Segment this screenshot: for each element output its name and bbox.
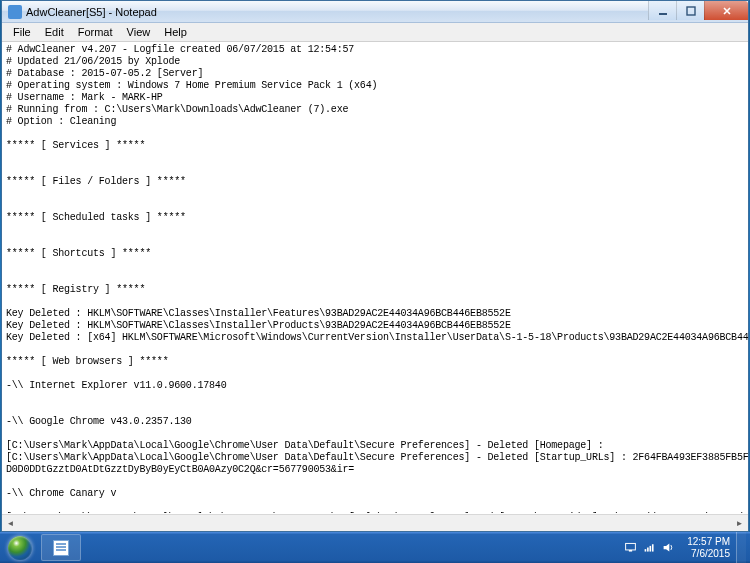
svg-rect-0 [659,13,667,15]
log-content[interactable]: # AdwCleaner v4.207 - Logfile created 06… [2,42,748,513]
action-center-icon[interactable] [624,541,637,554]
window-buttons [648,1,748,20]
text-area[interactable]: # AdwCleaner v4.207 - Logfile created 06… [2,42,748,513]
minimize-button[interactable] [648,1,676,20]
titlebar[interactable]: AdwCleaner[S5] - Notepad [2,1,748,23]
scroll-track[interactable] [19,515,731,531]
svg-rect-3 [629,550,632,552]
start-button[interactable] [0,532,40,563]
horizontal-scrollbar[interactable]: ◄ ► [2,514,748,531]
taskbar: 12:57 PM 7/6/2015 [0,532,750,563]
svg-rect-1 [687,7,695,15]
maximize-button[interactable] [676,1,704,20]
window-title: AdwCleaner[S5] - Notepad [26,6,157,18]
menu-view[interactable]: View [120,24,158,40]
clock-date: 7/6/2015 [687,548,730,560]
scroll-left-arrow[interactable]: ◄ [2,515,19,531]
svg-rect-4 [645,549,647,551]
taskbar-clock[interactable]: 12:57 PM 7/6/2015 [681,536,736,560]
menu-help[interactable]: Help [157,24,194,40]
scroll-right-arrow[interactable]: ► [731,515,748,531]
taskbar-notepad-button[interactable] [41,534,81,561]
network-icon[interactable] [643,541,656,554]
notepad-icon [8,5,22,19]
menu-format[interactable]: Format [71,24,120,40]
volume-icon[interactable] [662,541,675,554]
notepad-taskbar-icon [53,540,69,556]
show-desktop-button[interactable] [736,532,746,563]
svg-rect-2 [626,543,636,550]
clock-time: 12:57 PM [687,536,730,548]
menu-file[interactable]: File [6,24,38,40]
svg-rect-6 [650,546,652,552]
system-tray: 12:57 PM 7/6/2015 [618,532,750,563]
notepad-window: AdwCleaner[S5] - Notepad File Edit Forma… [1,0,749,532]
menubar: File Edit Format View Help [2,23,748,42]
tray-icons[interactable] [618,541,681,554]
close-button[interactable] [704,1,748,20]
svg-rect-7 [652,544,654,551]
menu-edit[interactable]: Edit [38,24,71,40]
start-orb-icon [8,536,32,560]
svg-rect-5 [647,548,649,552]
